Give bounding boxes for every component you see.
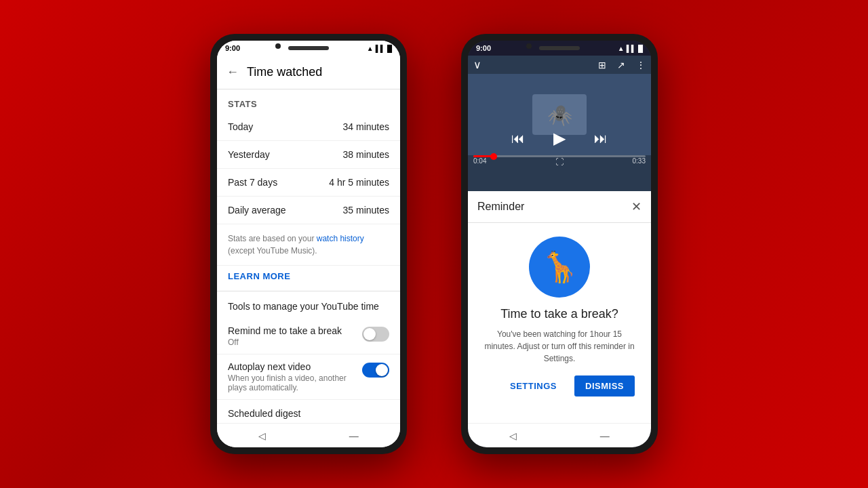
share-icon[interactable]: ↗ [617,60,625,70]
video-controls: ⏮ ▶ ⏭ [468,117,651,155]
remind-break-toggle[interactable] [362,327,389,342]
back-button[interactable]: ← [226,65,239,79]
reminder-dialog: Reminder ✕ 🦒 Time to take a break? You'v… [468,191,651,423]
reminder-body: 🦒 Time to take a break? You've been watc… [468,223,651,423]
settings-button[interactable]: SETTINGS [500,375,566,396]
back-nav-btn[interactable]: ◁ [258,430,266,441]
home-nav-btn-2[interactable]: — [600,430,610,441]
status-icons-1: ▲ ▌▌ █ [367,45,392,52]
nav-bar-1: ◁ — [217,423,400,447]
stat-past7-label: Past 7 days [228,177,277,188]
more-icon[interactable]: ⋮ [636,60,646,70]
progress-track [473,155,646,157]
stat-today-value: 34 minutes [343,121,389,132]
reminder-header: Reminder ✕ [468,191,651,223]
progress-fill [473,155,494,157]
remind-break-row: Remind me to take a break Off [217,319,400,354]
learn-more-link[interactable]: LEARN MORE [217,266,400,291]
reminder-description: You've been watching for 1hour 15 minute… [481,328,637,365]
signal-icon: ▌▌ [376,45,385,52]
video-top-bar: ∨ ⊞ ↗ ⋮ [468,56,651,74]
stat-yesterday-value: 38 minutes [343,149,389,160]
stat-past7: Past 7 days 4 hr 5 minutes [217,169,400,197]
stat-yesterday: Yesterday 38 minutes [217,141,400,169]
stats-section-label: Stats [217,89,400,113]
stat-daily-label: Daily average [228,205,286,216]
status-time-2: 9:00 [476,44,491,52]
scheduled-digest-label: Scheduled digest [228,408,300,419]
dismiss-button[interactable]: DISMISS [574,375,635,396]
progress-bar[interactable] [468,155,651,157]
time-current: 0:04 [473,157,486,167]
reminder-title: Reminder [477,201,524,213]
watch-history-link[interactable]: watch history [317,234,364,243]
phone-2: 9:00 ▲ ▌▌ █ ∨ ⊞ ↗ ⋮ 🕷️ ⏮ [461,34,658,454]
phone-1-screen: 9:00 ▲ ▌▌ █ ← Time watched Stats Today 3… [217,41,400,447]
reminder-heading: Time to take a break? [500,307,618,321]
tools-title: Tools to manage your YouTube time [217,291,400,319]
skip-prev-icon[interactable]: ⏮ [511,131,525,146]
status-icons-2: ▲ ▌▌ █ [618,45,643,52]
add-queue-icon[interactable]: ⊞ [598,60,606,70]
stat-past7-value: 4 hr 5 minutes [329,177,389,188]
back-nav-btn-2[interactable]: ◁ [509,430,517,441]
stat-daily-avg: Daily average 35 minutes [217,197,400,224]
nav-bar-2: ◁ — [468,423,651,447]
phone-camera [275,43,281,49]
scheduled-digest-row: Scheduled digest [217,400,400,423]
autoplay-info: Autoplay next video When you finish a vi… [228,361,354,392]
phone-2-speaker [539,46,580,50]
reminder-actions: SETTINGS DISMISS [481,375,637,396]
app-bar: ← Time watched [217,56,400,89]
signal-icon-2: ▌▌ [627,45,636,52]
remind-break-subtitle: Off [228,338,354,347]
reminder-mascot: 🦒 [529,237,590,298]
phone-2-screen: 9:00 ▲ ▌▌ █ ∨ ⊞ ↗ ⋮ 🕷️ ⏮ [468,41,651,447]
time-total: 0:33 [633,157,646,167]
content-area: Stats Today 34 minutes Yesterday 38 minu… [217,89,400,423]
phone-speaker [288,46,329,50]
toggle-knob [363,328,376,340]
battery-icon-2: █ [638,45,643,52]
wifi-icon: ▲ [367,45,374,52]
video-thumbnail: 🕷️ ⏮ ▶ ⏭ [468,74,651,155]
video-player[interactable]: ∨ ⊞ ↗ ⋮ 🕷️ ⏮ ▶ ⏭ [468,56,651,191]
stat-today-label: Today [228,121,253,132]
stats-info-text: Stats are based on your watch history (e… [217,224,400,266]
autoplay-subtitle: When you finish a video, another plays a… [228,373,354,392]
autoplay-toggle[interactable] [362,363,389,378]
stat-today: Today 34 minutes [217,113,400,141]
progress-dot [490,153,497,160]
autoplay-title: Autoplay next video [228,361,354,372]
autoplay-toggle-knob [376,364,388,376]
stat-daily-value: 35 minutes [343,205,389,216]
stat-yesterday-label: Yesterday [228,149,270,160]
status-time-1: 9:00 [225,44,240,52]
battery-icon: █ [387,45,392,52]
wifi-icon-2: ▲ [618,45,625,52]
chevron-down-icon[interactable]: ∨ [473,58,481,71]
remind-break-title: Remind me to take a break [228,325,354,336]
page-title: Time watched [247,65,322,79]
autoplay-row: Autoplay next video When you finish a vi… [217,354,400,400]
skip-next-icon[interactable]: ⏭ [594,131,608,146]
close-icon[interactable]: ✕ [631,199,642,214]
phone-1: 9:00 ▲ ▌▌ █ ← Time watched Stats Today 3… [210,34,407,454]
play-button[interactable]: ▶ [545,124,574,152]
remind-break-info: Remind me to take a break Off [228,325,354,347]
phone-2-camera [526,43,532,49]
home-nav-btn[interactable]: — [349,430,359,441]
fullscreen-icon[interactable]: ⛶ [555,157,564,167]
